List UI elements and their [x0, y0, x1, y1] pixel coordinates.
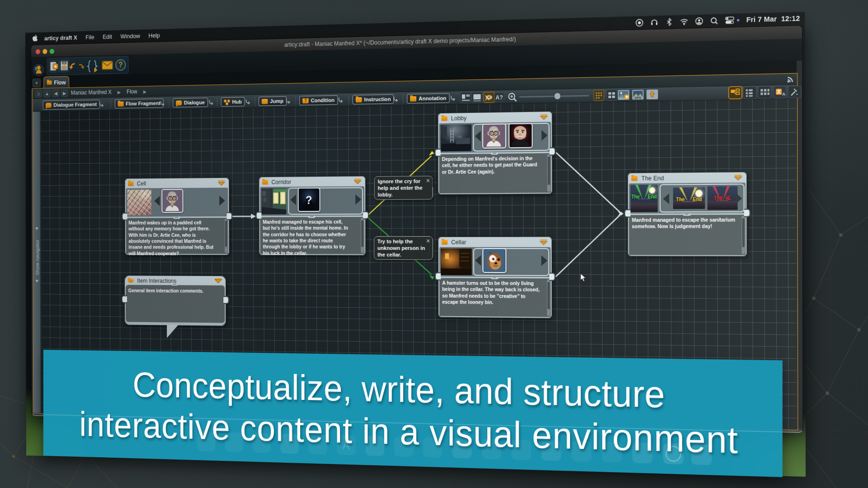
svg-text:XPS: XPS: [635, 96, 642, 100]
svg-text:?: ?: [118, 61, 123, 69]
svg-text:A: A: [782, 91, 785, 97]
svg-text:?: ?: [306, 194, 312, 206]
svg-text:A?: A?: [495, 94, 503, 101]
svg-text:文: 文: [777, 89, 781, 95]
